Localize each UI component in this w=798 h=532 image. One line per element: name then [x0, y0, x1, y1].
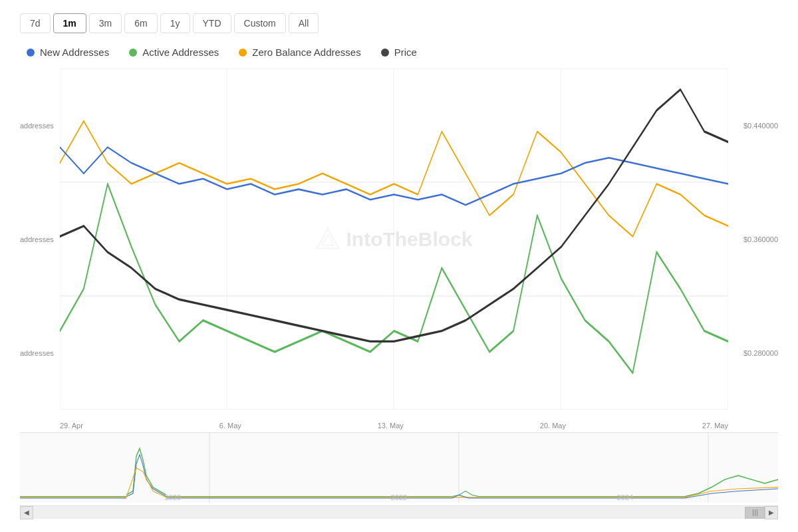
y-left-mid: addresses: [20, 235, 60, 243]
scroll-thumb[interactable]: [745, 507, 765, 519]
legend-dot-new: [27, 49, 35, 57]
y-axis-left: addresses addresses addresses: [20, 68, 60, 410]
y-right-bot: $0.280000: [728, 349, 778, 357]
grip-line-1: [753, 509, 753, 516]
time-btn-3m[interactable]: 3m: [89, 13, 122, 33]
grip-line-3: [757, 509, 757, 516]
x-label-1: 29. Apr: [60, 422, 83, 430]
mini-x-2020: 2020: [165, 493, 181, 501]
chart-area: addresses addresses addresses $0.440000 …: [20, 68, 778, 519]
chart-svg-container: IntoTheBlock: [60, 68, 728, 410]
scroll-left-button[interactable]: ◀: [20, 506, 33, 519]
legend-item-zero: Zero Balance Addresses: [239, 47, 360, 58]
time-btn-6m[interactable]: 6m: [124, 13, 157, 33]
scrollbar[interactable]: ◀ ▶: [20, 505, 778, 519]
x-label-3: 13. May: [378, 422, 404, 430]
scroll-track[interactable]: [33, 507, 765, 519]
y-right-mid: $0.360000: [728, 235, 778, 243]
x-axis-labels: 29. Apr 6. May 13. May 20. May 27. May: [60, 416, 728, 430]
legend-label-active: Active Addresses: [142, 47, 219, 58]
mini-chart: 2020 2022 2024 ◀ ▶: [20, 432, 778, 519]
y-left-bot: addresses: [20, 349, 60, 357]
time-range-selector: 7d 1m 3m 6m 1y YTD Custom All: [20, 13, 778, 33]
chart-legend: New Addresses Active Addresses Zero Bala…: [20, 47, 778, 58]
mini-x-2022: 2022: [391, 493, 407, 501]
grip-line-2: [755, 509, 755, 516]
legend-dot-price: [381, 49, 389, 57]
y-left-top: addresses: [20, 122, 60, 130]
legend-dot-zero: [239, 49, 247, 57]
time-btn-1y[interactable]: 1y: [160, 13, 190, 33]
x-label-2: 6. May: [219, 422, 241, 430]
y-right-top: $0.440000: [728, 122, 778, 130]
x-label-5: 27. May: [702, 422, 728, 430]
time-btn-custom[interactable]: Custom: [234, 13, 286, 33]
legend-item-new: New Addresses: [27, 47, 109, 58]
mini-x-labels: 2020 2022 2024: [20, 491, 778, 504]
time-btn-7d[interactable]: 7d: [20, 13, 51, 33]
y-axis-right: $0.440000 $0.360000 $0.280000: [728, 68, 778, 410]
mini-x-2024: 2024: [617, 493, 633, 501]
time-btn-all[interactable]: All: [289, 13, 319, 33]
time-btn-ytd[interactable]: YTD: [193, 13, 231, 33]
legend-item-active: Active Addresses: [129, 47, 219, 58]
legend-label-zero: Zero Balance Addresses: [252, 47, 360, 58]
main-container: 7d 1m 3m 6m 1y YTD Custom All New Addres…: [0, 0, 798, 532]
main-chart: addresses addresses addresses $0.440000 …: [20, 68, 778, 430]
time-btn-1m[interactable]: 1m: [53, 13, 86, 33]
legend-label-price: Price: [394, 47, 417, 58]
legend-dot-active: [129, 49, 137, 57]
legend-label-new: New Addresses: [40, 47, 109, 58]
scroll-right-button[interactable]: ▶: [765, 506, 778, 519]
x-label-4: 20. May: [540, 422, 566, 430]
legend-item-price: Price: [381, 47, 417, 58]
